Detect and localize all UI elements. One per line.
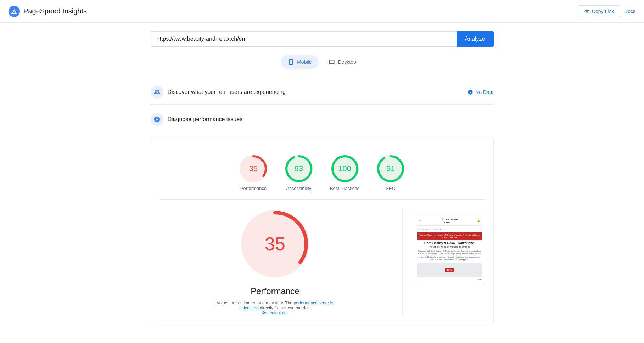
- tab-desktop[interactable]: Desktop: [321, 55, 363, 69]
- main-content: Analyze Mobile Desktop Discover what you…: [145, 23, 499, 333]
- url-bar-container: Analyze: [151, 31, 494, 47]
- score-circle-accessibility: 93: [285, 154, 313, 183]
- score-value-best-practices: 100: [338, 164, 351, 173]
- mock-promo-area: 50%: [417, 263, 482, 277]
- discover-icon: [151, 86, 163, 99]
- tab-mobile[interactable]: Mobile: [281, 55, 319, 69]
- link-icon: [584, 9, 590, 14]
- score-item-accessibility[interactable]: 93 Accessibility: [285, 154, 313, 191]
- copy-link-button[interactable]: Copy Link: [578, 5, 620, 17]
- app-title: PageSpeed Insights: [23, 7, 87, 15]
- header-right: Copy Link Docs: [578, 5, 635, 17]
- mock-tagline: The whole world of medical cosmetics: [417, 246, 482, 248]
- desktop-icon: [329, 59, 335, 65]
- tab-mobile-label: Mobile: [297, 59, 312, 65]
- tab-desktop-label: Desktop: [338, 59, 356, 65]
- pagespeed-logo-icon: [9, 6, 20, 17]
- mock-body-text: Discover with Botti Beauty & Relax and e…: [417, 249, 482, 262]
- mock-footer: ···: [417, 277, 482, 282]
- performance-card: 35 Performance 93 Accessibility: [151, 137, 494, 324]
- detail-left: 35 Performance Values are estimated and …: [159, 208, 391, 315]
- score-value-seo: 91: [386, 164, 395, 173]
- score-value-performance: 35: [249, 164, 258, 173]
- perf-detail-title: Performance: [251, 286, 299, 296]
- docs-link[interactable]: Docs: [624, 9, 635, 14]
- score-circle-best-practices: 100: [331, 154, 359, 183]
- scores-row: 35 Performance 93 Accessibility: [159, 146, 485, 200]
- info-icon: [467, 89, 473, 95]
- score-item-best-practices[interactable]: 100 Best Practices: [330, 154, 359, 191]
- diagnose-icon: [151, 113, 163, 126]
- no-data-button[interactable]: No Data: [467, 89, 493, 95]
- copy-link-label: Copy Link: [592, 9, 614, 14]
- no-data-label: No Data: [475, 89, 493, 95]
- analyze-button[interactable]: Analyze: [457, 31, 494, 47]
- big-score-circle: 35: [240, 208, 310, 279]
- header: PageSpeed Insights Copy Link Docs: [0, 0, 644, 23]
- vertical-divider: [402, 208, 403, 315]
- score-label-accessibility: Accessibility: [286, 186, 312, 191]
- mock-header-bar: ☰ ♡ B Botti Beauty& Relax 🔒: [417, 216, 482, 226]
- big-score-value: 35: [265, 233, 285, 254]
- mock-promo-badge: 50%: [445, 268, 453, 272]
- url-input[interactable]: [151, 31, 457, 47]
- discover-title: Discover what your real users are experi…: [168, 89, 286, 95]
- header-left: PageSpeed Insights: [9, 6, 87, 17]
- screenshot-mockup: ☰ ♡ B Botti Beauty& Relax 🔒 What are you…: [414, 213, 485, 285]
- mobile-icon: [288, 59, 294, 65]
- score-label-best-practices: Best Practices: [330, 186, 359, 191]
- score-label-seo: SEO: [386, 186, 395, 191]
- diagnose-section-header: Diagnose performance issues: [151, 107, 494, 131]
- discover-section-left: Discover what your real users are experi…: [151, 86, 286, 99]
- score-item-seo[interactable]: 91 SEO: [376, 154, 405, 191]
- discover-section-header: Discover what your real users are experi…: [151, 80, 494, 105]
- mock-brand-logo: B Botti Beauty& Relax: [442, 217, 458, 224]
- score-circle-seo: 91: [376, 154, 405, 183]
- score-circle-performance: 35: [239, 154, 268, 183]
- score-value-accessibility: 93: [295, 164, 303, 173]
- detail-section: 35 Performance Values are estimated and …: [159, 200, 485, 315]
- score-item-performance[interactable]: 35 Performance: [239, 154, 268, 191]
- mock-brand-name: Botti Beauty & Relax Switzerland: [417, 241, 482, 245]
- device-tabs: Mobile Desktop: [151, 55, 494, 69]
- mock-search-bar: What are you looking for?: [417, 227, 482, 231]
- perf-subtitle: Values are estimated and may vary. The p…: [215, 300, 335, 315]
- calculator-link[interactable]: See calculator.: [261, 310, 289, 315]
- mock-promo-banner: Autumn Shopping ✦ up to 15% extra produc…: [417, 232, 482, 240]
- score-label-performance: Performance: [240, 186, 267, 191]
- screenshot-area: ☰ ♡ B Botti Beauty& Relax 🔒 What are you…: [414, 208, 485, 315]
- diagnose-title: Diagnose performance issues: [168, 116, 243, 123]
